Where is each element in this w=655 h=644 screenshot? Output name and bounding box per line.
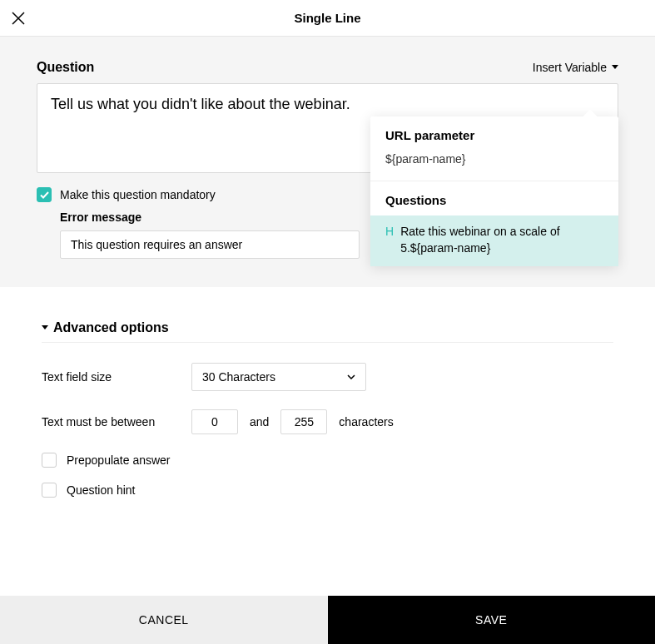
mandatory-label: Make this question mandatory	[60, 188, 216, 201]
insert-variable-dropdown: URL parameter ${param-name} Questions H …	[370, 116, 618, 266]
questions-heading: Questions	[385, 193, 603, 207]
text-between-label: Text must be between	[42, 415, 191, 429]
question-hint-label: Question hint	[67, 483, 136, 497]
error-message-input[interactable]	[60, 230, 360, 259]
modal-header: Single Line	[0, 0, 655, 37]
question-hint-checkbox[interactable]	[42, 483, 57, 498]
text-field-size-label: Text field size	[42, 370, 191, 384]
advanced-options-label: Advanced options	[53, 320, 169, 335]
close-icon	[12, 12, 25, 25]
advanced-options-toggle[interactable]: Advanced options	[42, 320, 613, 343]
url-parameter-value[interactable]: ${param-name}	[385, 149, 603, 169]
question-variable-item[interactable]: H Rate this webinar on a scale of 5.${pa…	[370, 215, 618, 266]
save-button[interactable]: SAVE	[328, 596, 656, 644]
close-button[interactable]	[0, 0, 37, 37]
question-label: Question	[37, 60, 94, 75]
modal-title: Single Line	[0, 11, 655, 25]
text-field-size-value: 30 Characters	[202, 370, 275, 384]
caret-down-icon	[612, 65, 618, 70]
characters-label: characters	[339, 415, 393, 429]
caret-down-icon	[42, 325, 48, 330]
question-item-prefix: H	[385, 224, 394, 256]
prepopulate-checkbox[interactable]	[42, 453, 57, 468]
url-parameter-heading: URL parameter	[385, 128, 603, 142]
min-chars-input[interactable]	[191, 409, 238, 434]
question-section: Question Insert Variable Make this quest…	[0, 37, 655, 287]
question-item-text: Rate this webinar on a scale of 5.${para…	[400, 224, 603, 256]
text-field-size-select[interactable]: 30 Characters	[191, 363, 366, 391]
chevron-down-icon	[347, 374, 355, 379]
cancel-button[interactable]: CANCEL	[0, 596, 328, 644]
modal-footer: CANCEL SAVE	[0, 596, 655, 644]
insert-variable-label: Insert Variable	[533, 61, 607, 74]
and-label: and	[250, 415, 269, 429]
max-chars-input[interactable]	[280, 409, 327, 434]
mandatory-checkbox[interactable]	[37, 187, 52, 202]
prepopulate-label: Prepopulate answer	[67, 453, 171, 467]
insert-variable-button[interactable]: Insert Variable	[533, 61, 618, 74]
advanced-section: Advanced options Text field size 30 Char…	[0, 287, 655, 537]
